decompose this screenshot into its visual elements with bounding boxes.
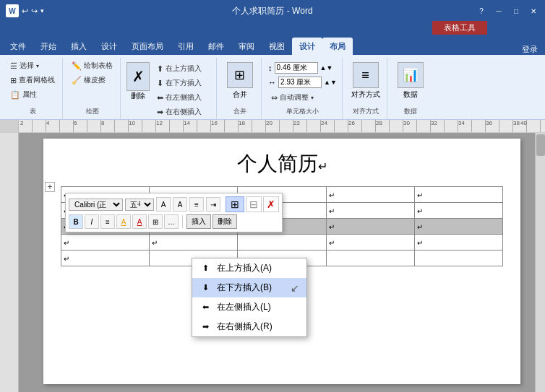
float-toolbar-row2: B I ≡ A A ⊞ … 插入 删除 [69,214,279,229]
redo-button[interactable]: ↪ [31,6,38,16]
eraser-button[interactable]: 🧹 橡皮擦 [69,74,116,87]
scrollbar-thumb[interactable] [536,134,545,156]
merge-cells-icon: ⊞ [227,62,253,88]
format-button[interactable]: ≡ [100,214,115,229]
tab-mailings[interactable]: 邮件 [201,38,231,55]
insert-above-icon: ⬆ [199,263,211,274]
title-bar-left: W ↩ ↪ ▾ [6,4,44,17]
tab-layout-table[interactable]: 布局 [322,38,353,55]
table-cell[interactable] [238,235,326,251]
ribbon-group-merge: ⊞ 合并 合并 [218,58,262,119]
col-width-input[interactable] [278,77,322,88]
font-size-select[interactable]: 五号 [125,199,154,211]
document-title: 个人求职简历 - Word [232,5,312,17]
tab-design-table[interactable]: 设计 [292,38,322,55]
context-insert-right[interactable]: ➡ 在右侧插入(R) [192,317,306,336]
tab-insert[interactable]: 插入 [64,38,94,55]
tab-design-doc[interactable]: 设计 [94,38,124,55]
table-cell[interactable]: ↵ [326,219,414,235]
border-button[interactable]: ⊞ [148,214,163,229]
auto-fit-button[interactable]: ⇔ 自动调整 ▾ [268,91,337,104]
table-cell[interactable]: ↵ [326,187,414,203]
float-toolbar-row1: Calibri (正 五号 A A ≡ ⇥ ⊞ ⊟ ✗ [69,196,279,212]
view-gridlines-button[interactable]: ⊞ 查看网格线 [7,74,58,87]
ribbon-group-draw: ✏️ 绘制表格 🧹 橡皮擦 绘图 [64,58,121,119]
table-cell[interactable]: ↵ [414,203,502,219]
properties-button[interactable]: 📋 属性 [7,88,58,101]
insert-label-button[interactable]: 插入 [186,214,211,229]
ribbon-group-alignment: ≡ 对齐方式 对齐方式 [344,58,387,119]
width-row: ↔ ▲▼ [268,77,337,88]
toolbar-insert-table-btn[interactable]: ⊞ [226,196,244,212]
table-cell[interactable]: ↵ [414,219,502,235]
toolbar-x-btn[interactable]: ✗ [263,196,279,212]
table-cell[interactable]: ↵ [150,235,238,251]
page-container: + 个人简历↵ ↵ ↵ ↵ ↵ ↵ ↵ ↵ ↵ ↵ [19,133,545,392]
context-insert-left[interactable]: ⬅ 在左侧插入(L) [192,297,306,317]
table-btns: ☰ 选择 ▾ ⊞ 查看网格线 📋 属性 [7,59,58,101]
table-cell[interactable]: ↵ [326,203,414,219]
font-color-button[interactable]: A [132,214,147,229]
delete-label-button[interactable]: 删除 [213,214,237,229]
insert-above-button[interactable]: ⬆ 在上方插入 [154,62,212,75]
select-button[interactable]: ☰ 选择 ▾ [7,59,58,72]
data-icon: 📊 [398,62,424,88]
table-cell[interactable] [326,251,414,266]
doc-title: 个人简历↵ [61,150,503,178]
title-bar: W ↩ ↪ ▾ 个人求职简历 - Word ? ─ □ ✕ [0,0,545,22]
vertical-scrollbar[interactable] [535,133,545,392]
separator [182,215,183,228]
toolbar-grid-btn[interactable]: ⊟ [246,196,262,212]
alignment-label: 对齐方式 [353,107,379,118]
draw-table-button[interactable]: ✏️ 绘制表格 [69,59,116,72]
tab-view[interactable]: 视图 [262,38,292,55]
tab-review[interactable]: 审阅 [231,38,262,55]
insert-left-icon: ⬅ [199,302,211,313]
tab-home[interactable]: 开始 [33,38,64,55]
shrink-font-button[interactable]: A [173,197,187,212]
insert-right-icon: ➡ [199,321,211,333]
row-height-input[interactable] [275,62,318,74]
context-insert-above[interactable]: ⬆ 在上方插入(A) [192,258,306,278]
tab-file[interactable]: 文件 [3,38,33,55]
customize-btn[interactable]: ▾ [40,7,44,14]
bold-button[interactable]: B [69,214,83,229]
font-select[interactable]: Calibri (正 [69,199,123,211]
insert-left-button[interactable]: ⬅ 在左侧插入 [154,91,212,104]
cell-size-label: 单元格大小 [286,107,319,118]
restore-button[interactable]: □ [510,5,522,17]
list-icon-button[interactable]: ≡ [189,197,204,212]
grow-font-button[interactable]: A [156,197,171,212]
close-button[interactable]: ✕ [528,5,539,17]
table-cell[interactable]: ↵ [414,235,502,251]
tab-layout-page[interactable]: 页面布局 [124,38,171,55]
insert-right-button[interactable]: ➡ 在右侧插入 [154,105,212,118]
undo-button[interactable]: ↩ [22,6,28,16]
ribbon-group-cell-size: ↕ ▲▼ ↔ ▲▼ ⇔ 自动调整 ▾ 单元格大小 [263,58,343,119]
word-icon: W [6,4,19,17]
table-cell[interactable]: ↵ [61,235,150,251]
delete-big-button[interactable]: ✗ 删除 [126,62,150,101]
more-button[interactable]: … [164,214,179,229]
italic-button[interactable]: I [85,214,99,229]
insert-below-button[interactable]: ⬇ 在下方插入 [154,77,212,90]
table-cell[interactable]: ↵ [326,235,414,251]
minimize-button[interactable]: ─ [493,5,505,17]
ribbon-group-data: 📊 数据 数据 [389,58,432,119]
doc-area: + 个人简历↵ ↵ ↵ ↵ ↵ ↵ ↵ ↵ ↵ ↵ [0,133,545,392]
ribbon-group-rows-cols: ✗ 删除 ⬆ 在上方插入 ⬇ 在下方插入 ⬅ 在左侧插入 ➡ [122,58,217,119]
draw-btns: ✏️ 绘制表格 🧹 橡皮擦 [69,59,116,87]
context-menu: ⬆ 在上方插入(A) ⬇ 在下方插入(B) ↙ ⬅ 在左侧插入(L) ➡ 在右侧… [192,258,307,337]
indent-button[interactable]: ⇥ [206,197,220,212]
table-move-handle[interactable]: + [45,182,55,192]
table-cell[interactable]: ↵ [61,251,150,266]
login-button[interactable]: 登录 [515,44,545,55]
help-button[interactable]: ? [476,5,487,17]
context-insert-below[interactable]: ⬇ 在下方插入(B) ↙ [192,278,306,297]
ruler: 2 4 6 8 10 12 14 16 18 20 22 24 26 28 30… [0,120,545,133]
table-cell[interactable]: ↵ [414,187,502,203]
table-cell[interactable] [414,251,502,266]
highlight-button[interactable]: A [116,214,131,229]
tab-references[interactable]: 引用 [171,38,201,55]
data-label: 数据 [404,107,417,118]
